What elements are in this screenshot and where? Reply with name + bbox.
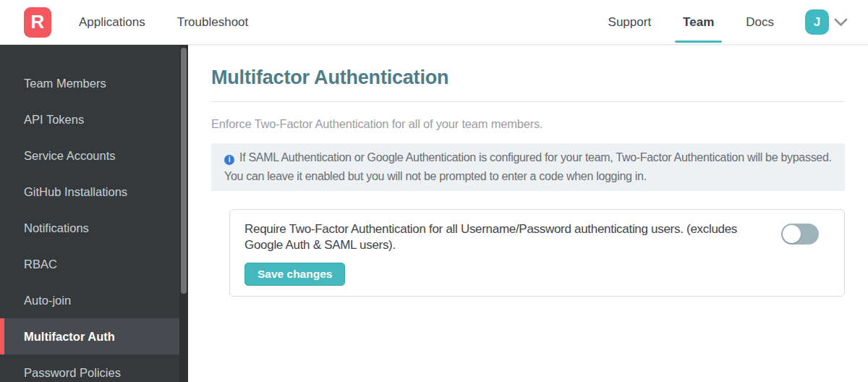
sidebar-item-github-installations[interactable]: GitHub Installations [0, 174, 188, 210]
nav-team-label: Team [683, 15, 714, 30]
nav-docs-label: Docs [746, 15, 774, 30]
nav-docs[interactable]: Docs [746, 0, 774, 44]
setting-label: Require Two-Factor Authentication for al… [244, 221, 773, 253]
page-subtitle: Enforce Two-Factor Authentication for al… [211, 117, 868, 131]
primary-nav: Applications Troubleshoot [79, 0, 248, 44]
sidebar-item-notifications[interactable]: Notifications [0, 210, 188, 246]
sidebar-scrollbar-thumb[interactable] [181, 48, 187, 294]
sidebar-item-service-accounts[interactable]: Service Accounts [0, 137, 188, 174]
nav-applications-label: Applications [79, 15, 145, 30]
main-content: Multifactor Authentication Enforce Two-F… [188, 45, 868, 382]
nav-applications[interactable]: Applications [79, 0, 145, 44]
info-note-text: If SAML Authentication or Google Authent… [224, 151, 832, 182]
sidebar-scrollbar-track[interactable] [179, 45, 188, 382]
sidebar-item-rbac[interactable]: RBAC [0, 246, 188, 282]
nav-support[interactable]: Support [608, 0, 652, 44]
toggle-knob[interactable] [783, 225, 801, 243]
nav-troubleshoot-label: Troubleshoot [177, 15, 249, 30]
nav-team[interactable]: Team [683, 0, 714, 44]
nav-support-label: Support [608, 15, 652, 30]
info-note: iIf SAML Authentication or Google Authen… [211, 143, 845, 191]
two-factor-setting-card: Require Two-Factor Authentication for al… [229, 209, 845, 297]
sidebar-item-team-members[interactable]: Team Members [0, 65, 188, 101]
chevron-down-icon[interactable] [834, 18, 848, 27]
settings-sidebar: Team Members API Tokens Service Accounts… [0, 45, 188, 382]
sidebar-item-password-policies[interactable]: Password Policies [0, 355, 188, 382]
save-changes-button[interactable]: Save changes [244, 263, 345, 286]
nav-troubleshoot[interactable]: Troubleshoot [177, 0, 249, 44]
app-body: Team Members API Tokens Service Accounts… [0, 45, 868, 382]
two-factor-toggle[interactable] [781, 224, 819, 245]
sidebar-item-multifactor-auth[interactable]: Multifactor Auth [0, 318, 188, 355]
secondary-nav: Support Team Docs [608, 0, 774, 44]
user-menu[interactable]: J [805, 9, 848, 35]
user-avatar[interactable]: J [805, 9, 829, 35]
avatar-letter: J [814, 15, 820, 30]
title-divider [211, 101, 845, 102]
sidebar-item-auto-join[interactable]: Auto-join [0, 282, 188, 318]
top-nav-bar: R Applications Troubleshoot Support Team… [0, 0, 868, 45]
page-title: Multifactor Authentication [211, 67, 868, 89]
logo-letter: R [31, 11, 45, 33]
info-icon: i [224, 155, 234, 165]
sidebar-item-api-tokens[interactable]: API Tokens [0, 101, 188, 137]
rollbar-logo-icon[interactable]: R [24, 7, 51, 38]
